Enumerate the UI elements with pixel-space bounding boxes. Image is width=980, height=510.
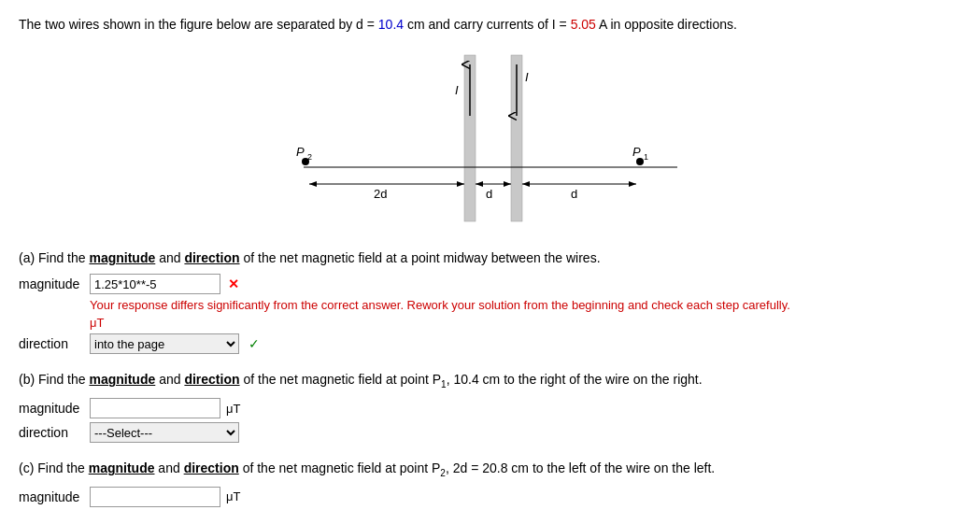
- intro-text: The two wires shown in the figure below …: [19, 15, 961, 35]
- questions-container: (a) Find the magnitude and direction of …: [19, 248, 961, 510]
- part-b-block: (b) Find the magnitude and direction of …: [19, 369, 961, 443]
- figure-container: I I P 2 P 1 2d d d: [248, 46, 733, 233]
- svg-text:d: d: [571, 187, 577, 201]
- direction-select-a[interactable]: into the page out of the page to the lef…: [90, 333, 239, 354]
- part-c-question: (c) Find the magnitude and direction of …: [19, 458, 961, 481]
- unit-label-c: μT: [226, 489, 240, 503]
- part-c-magnitude-row: magnitude μT: [19, 487, 961, 507]
- unit-label-b: μT: [226, 402, 240, 416]
- intro-before-I: cm and carry currents of I =: [404, 17, 571, 32]
- svg-text:P: P: [632, 145, 641, 159]
- part-a-direction-row: direction into the page out of the page …: [19, 333, 961, 354]
- intro-before-d: The two wires shown in the figure below …: [19, 17, 378, 32]
- part-a-magnitude-row: magnitude ✕: [19, 274, 961, 294]
- svg-text:I: I: [455, 83, 459, 97]
- svg-point-10: [636, 158, 644, 165]
- svg-text:P: P: [296, 145, 305, 159]
- diagram-svg: I I P 2 P 1 2d d d: [248, 46, 733, 233]
- magnitude-label-c: magnitude: [19, 489, 84, 504]
- part-a-label: (a) Find the magnitude and direction of …: [19, 250, 601, 265]
- error-x-icon-a: ✕: [228, 276, 239, 291]
- svg-text:I: I: [525, 70, 529, 84]
- part-c-block: (c) Find the magnitude and direction of …: [19, 458, 961, 510]
- part-b-direction-row: direction ---Select--- into the page out…: [19, 422, 961, 443]
- direction-label-a: direction: [19, 336, 84, 351]
- magnitude-input-b[interactable]: [90, 398, 220, 418]
- magnitude-input-c[interactable]: [90, 487, 220, 507]
- part-b-magnitude-row: magnitude μT: [19, 398, 961, 418]
- magnitude-label-b: magnitude: [19, 401, 84, 416]
- intro-after: A in opposite directions.: [596, 17, 737, 32]
- svg-text:d: d: [486, 187, 492, 201]
- part-a-block: (a) Find the magnitude and direction of …: [19, 248, 961, 354]
- check-icon-a: ✓: [249, 336, 260, 351]
- d-value: 10.4: [378, 17, 404, 32]
- svg-text:2d: 2d: [374, 187, 387, 201]
- part-b-question: (b) Find the magnitude and direction of …: [19, 369, 961, 392]
- direction-select-b[interactable]: ---Select--- into the page out of the pa…: [90, 422, 239, 443]
- direction-label-b: direction: [19, 425, 84, 440]
- part-a-question: (a) Find the magnitude and direction of …: [19, 248, 961, 268]
- error-message-a: Your response differs significantly from…: [90, 298, 961, 312]
- svg-text:2: 2: [307, 152, 312, 162]
- magnitude-input-a[interactable]: [90, 274, 220, 294]
- unit-note-a: μT: [90, 316, 961, 330]
- I-value: 5.05: [571, 17, 596, 32]
- magnitude-label-a: magnitude: [19, 276, 84, 291]
- svg-text:1: 1: [644, 152, 648, 162]
